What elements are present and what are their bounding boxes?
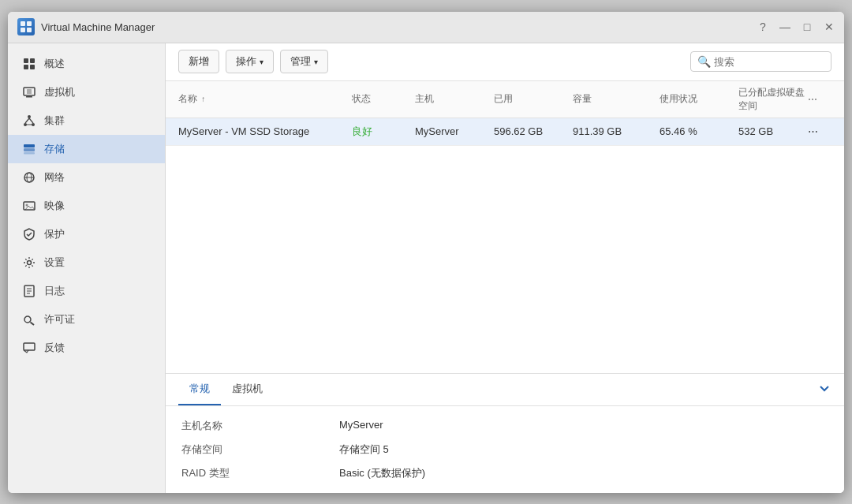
- sidebar-item-protect[interactable]: 保护: [8, 220, 165, 248]
- details-tabs-left: 常规 虚拟机: [178, 374, 274, 405]
- field-value-2: Basic (无数据保护): [339, 466, 828, 480]
- svg-line-14: [25, 118, 29, 123]
- settings-icon: [22, 256, 36, 270]
- svg-rect-19: [24, 152, 35, 155]
- titlebar-left: Virtual Machine Manager: [17, 18, 155, 35]
- search-input[interactable]: [714, 56, 824, 68]
- log-icon: [22, 284, 36, 298]
- sidebar-label-log: 日志: [44, 284, 65, 298]
- sort-arrow-icon: ↑: [201, 95, 205, 103]
- sidebar-item-settings[interactable]: 设置: [8, 248, 165, 277]
- license-icon: [22, 312, 36, 327]
- col-header-more: ⋯: [808, 94, 831, 105]
- operate-button[interactable]: 操作 ▾: [226, 50, 274, 73]
- help-button[interactable]: ?: [757, 21, 768, 32]
- operate-chevron-icon: ▾: [260, 58, 263, 66]
- svg-point-11: [28, 115, 31, 118]
- col-header-used: 已用: [494, 92, 573, 106]
- titlebar: Virtual Machine Manager ? — □ ✕: [8, 12, 844, 43]
- tab-general[interactable]: 常规: [178, 374, 221, 405]
- protect-icon: [22, 227, 36, 241]
- sidebar-label-overview: 概述: [44, 57, 65, 71]
- table-row[interactable]: MyServer - VM SSD Storage 良好 MyServer 59…: [166, 118, 844, 146]
- manage-button[interactable]: 管理 ▾: [280, 50, 328, 73]
- svg-point-24: [26, 203, 28, 206]
- network-icon: [22, 170, 36, 185]
- col-header-host: 主机: [415, 92, 494, 106]
- col-header-allocated: 已分配虚拟硬盘空间: [738, 86, 808, 113]
- svg-line-31: [31, 322, 35, 325]
- manage-label: 管理: [290, 54, 311, 69]
- field-label-1: 存储空间: [181, 442, 339, 457]
- sidebar-item-license[interactable]: 许可证: [8, 305, 165, 334]
- sidebar-label-vm: 虚拟机: [44, 85, 75, 99]
- row-host: MyServer: [415, 125, 494, 137]
- row-allocated: 532 GB: [738, 125, 808, 137]
- sidebar-label-image: 映像: [44, 199, 65, 213]
- svg-rect-32: [24, 343, 35, 350]
- svg-rect-0: [21, 21, 25, 26]
- sidebar-item-feedback[interactable]: 反馈: [8, 334, 165, 362]
- titlebar-controls: ? — □ ✕: [757, 21, 835, 32]
- sidebar-label-protect: 保护: [44, 227, 65, 241]
- sidebar-label-cluster: 集群: [44, 114, 65, 128]
- maximize-button[interactable]: □: [802, 21, 813, 32]
- minimize-button[interactable]: —: [779, 21, 790, 32]
- row-more-icon[interactable]: ⋯: [808, 125, 831, 137]
- details-panel: 常规 虚拟机 主机名称 MyServer 存储空间 存储空间 5 RAID 类型: [166, 373, 844, 493]
- manage-chevron-icon: ▾: [314, 58, 318, 66]
- sidebar-item-cluster[interactable]: 集群: [8, 106, 165, 135]
- sidebar-label-storage: 存储: [44, 142, 65, 156]
- table-body: MyServer - VM SSD Storage 良好 MyServer 59…: [166, 118, 844, 146]
- svg-rect-10: [27, 89, 32, 94]
- svg-rect-2: [21, 28, 25, 32]
- svg-rect-6: [24, 65, 28, 69]
- operate-label: 操作: [236, 54, 256, 69]
- details-tabs: 常规 虚拟机: [166, 374, 844, 406]
- row-used: 596.62 GB: [494, 125, 573, 137]
- svg-rect-4: [24, 58, 28, 63]
- cluster-icon: [22, 114, 36, 128]
- svg-rect-7: [30, 65, 35, 69]
- sidebar: 概述 虚拟机 集群 存储: [8, 43, 166, 493]
- tab-vm[interactable]: 虚拟机: [221, 374, 274, 405]
- sidebar-label-network: 网络: [44, 170, 65, 185]
- field-value-1: 存储空间 5: [339, 442, 828, 457]
- col-header-status: 状态: [352, 92, 415, 106]
- sidebar-item-overview[interactable]: 概述: [8, 50, 165, 78]
- search-box[interactable]: 🔍: [690, 51, 831, 72]
- sidebar-item-network[interactable]: 网络: [8, 163, 165, 192]
- feedback-icon: [22, 341, 36, 355]
- svg-point-25: [28, 260, 32, 264]
- storage-icon: [22, 142, 36, 156]
- svg-rect-3: [27, 28, 32, 32]
- svg-line-15: [29, 118, 33, 123]
- titlebar-title: Virtual Machine Manager: [41, 21, 155, 33]
- col-header-name[interactable]: 名称 ↑: [178, 92, 352, 106]
- col-header-usage: 使用状况: [660, 92, 738, 106]
- close-button[interactable]: ✕: [824, 21, 835, 32]
- sidebar-item-vm[interactable]: 虚拟机: [8, 78, 165, 106]
- sidebar-label-settings: 设置: [44, 256, 65, 270]
- svg-rect-17: [24, 144, 35, 147]
- main-content: 新增 操作 ▾ 管理 ▾ 🔍 名称 ↑: [166, 43, 844, 493]
- overview-icon: [22, 57, 36, 71]
- sidebar-item-log[interactable]: 日志: [8, 277, 165, 305]
- table-header: 名称 ↑ 状态 主机 已用 容量 使用状况 已分配虚拟硬盘空间 ⋯: [166, 81, 844, 118]
- row-capacity: 911.39 GB: [573, 125, 660, 137]
- app-icon: [17, 18, 35, 35]
- svg-rect-9: [26, 96, 32, 98]
- svg-rect-5: [30, 58, 35, 63]
- field-value-0: MyServer: [339, 419, 828, 433]
- vm-icon: [22, 85, 36, 99]
- sidebar-item-image[interactable]: 映像: [8, 192, 165, 220]
- add-button[interactable]: 新增: [178, 50, 219, 73]
- sidebar-item-storage[interactable]: 存储: [8, 135, 165, 163]
- expand-icon[interactable]: [817, 381, 831, 398]
- content-area: 概述 虚拟机 集群 存储: [8, 43, 844, 493]
- sidebar-label-license: 许可证: [44, 312, 75, 327]
- toolbar: 新增 操作 ▾ 管理 ▾ 🔍: [166, 43, 844, 81]
- details-content: 主机名称 MyServer 存储空间 存储空间 5 RAID 类型 Basic …: [166, 406, 844, 493]
- search-icon: 🔍: [697, 55, 711, 68]
- row-status: 良好: [352, 125, 415, 139]
